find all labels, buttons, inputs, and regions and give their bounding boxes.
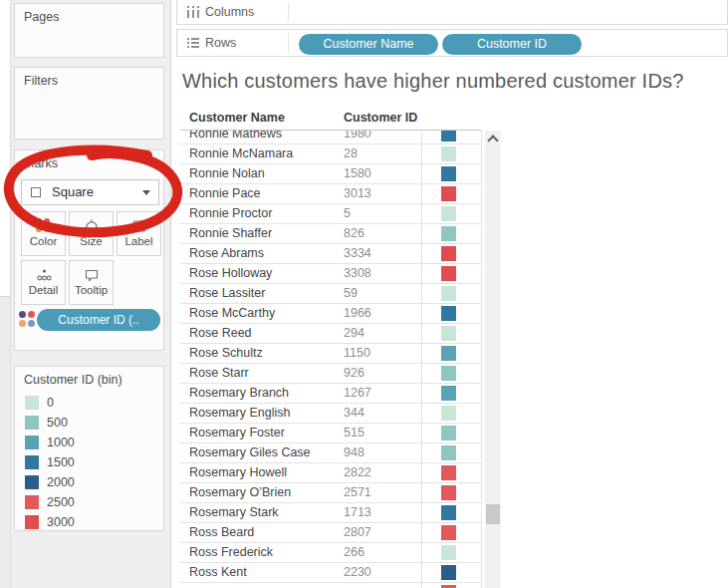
- square-mark[interactable]: [441, 147, 456, 161]
- rows-shelf-label: Rows: [205, 36, 236, 50]
- customer-id-cell: 3013: [344, 186, 371, 200]
- square-mark[interactable]: [441, 186, 456, 201]
- legend-item[interactable]: 1000: [15, 433, 163, 452]
- pages-shelf[interactable]: Pages: [14, 3, 164, 58]
- customer-name-cell: Rosemary Giles Case: [189, 445, 311, 459]
- table-row[interactable]: Ronnie Nolan 1580: [180, 164, 481, 184]
- filters-shelf[interactable]: Filters: [14, 67, 164, 140]
- marks-label: Marks: [24, 156, 58, 170]
- legend-item[interactable]: 3000: [15, 512, 163, 532]
- label-icon: [131, 218, 147, 234]
- legend-item-label: 2500: [47, 495, 75, 509]
- table-row[interactable]: Rosemary Howell 2822: [180, 463, 481, 483]
- table-row[interactable]: Rose Holloway 3308: [180, 264, 481, 284]
- rows-pill-customer-id[interactable]: Customer ID: [442, 34, 582, 55]
- columns-shelf-label: Columns: [205, 5, 254, 19]
- color-button[interactable]: Color: [21, 211, 66, 256]
- customer-name-cell: Rose Holloway: [189, 266, 272, 280]
- rows-icon: [186, 36, 200, 50]
- table-row[interactable]: Ronnie McNamara 28: [180, 145, 481, 164]
- table-row[interactable]: Ronnie Shaffer 826: [180, 224, 481, 244]
- chevron-down-icon[interactable]: [142, 190, 150, 195]
- table-row[interactable]: Ronnie Pace 3013: [180, 184, 481, 204]
- table-row[interactable]: Rose Lassiter 59: [180, 284, 481, 304]
- table-row[interactable]: Rosemary Branch 1267: [180, 384, 481, 404]
- columns-shelf[interactable]: Columns: [176, 0, 728, 25]
- square-mark[interactable]: [441, 525, 456, 540]
- table-row-partial[interactable]: [180, 583, 481, 588]
- customer-id-cell: 1980: [344, 131, 371, 141]
- square-mark[interactable]: [441, 226, 456, 241]
- customer-id-cell: 1267: [344, 386, 371, 400]
- customer-name-cell: Rosemary Howell: [189, 465, 287, 479]
- left-edge-strip-lower: [0, 296, 10, 588]
- table-row[interactable]: Ross Kent 2230: [180, 563, 481, 583]
- detail-button[interactable]: Detail: [21, 260, 66, 305]
- table-row[interactable]: Ronnie Mathews 1980: [180, 131, 481, 145]
- legend-item-label: 1000: [47, 436, 75, 449]
- table-row[interactable]: Rose Abrams 3334: [180, 244, 481, 264]
- customer-name-cell: Rose Reed: [189, 326, 252, 340]
- square-mark[interactable]: [441, 505, 456, 520]
- legend-item[interactable]: 2500: [15, 492, 163, 512]
- square-mark[interactable]: [441, 131, 456, 142]
- table-row[interactable]: Rose McCarthy 1966: [180, 304, 481, 324]
- square-mark[interactable]: [441, 206, 456, 221]
- square-mark[interactable]: [441, 266, 456, 281]
- customer-name-cell: Rose McCarthy: [189, 306, 275, 320]
- square-mark[interactable]: [441, 366, 456, 381]
- customer-name-cell: Rose Lassiter: [189, 286, 265, 300]
- customer-id-cell: 2571: [344, 485, 371, 499]
- customer-name-cell: Rosemary Foster: [189, 426, 285, 440]
- table-row[interactable]: Rosemary O’Brien 2571: [180, 483, 481, 503]
- scroll-up-button[interactable]: [485, 131, 501, 147]
- square-mark[interactable]: [441, 386, 456, 401]
- customer-name-cell: Ross Kent: [189, 565, 247, 579]
- square-mark[interactable]: [441, 426, 456, 441]
- square-mark[interactable]: [441, 346, 456, 361]
- square-mark[interactable]: [441, 465, 456, 480]
- legend-item[interactable]: 2000: [15, 472, 163, 492]
- table-row[interactable]: Rose Schultz 1150: [180, 344, 481, 364]
- table-row[interactable]: Rose Starr 926: [180, 364, 481, 384]
- label-button[interactable]: Label: [117, 211, 161, 256]
- table-row[interactable]: Rosemary English 344: [180, 404, 481, 424]
- legend-item[interactable]: 1500: [15, 452, 163, 472]
- rows-pill-customer-name[interactable]: Customer Name: [299, 34, 438, 55]
- table-row[interactable]: Ronnie Proctor 5: [180, 204, 481, 224]
- square-mark[interactable]: [441, 326, 456, 341]
- column-header-customer-id[interactable]: Customer ID: [344, 111, 417, 125]
- shelf-split: [288, 33, 289, 53]
- square-mark[interactable]: [441, 565, 456, 580]
- square-mark[interactable]: [441, 406, 456, 421]
- column-header-customer-name[interactable]: Customer Name: [189, 111, 285, 125]
- square-mark[interactable]: [441, 306, 456, 321]
- encoding-pill-customer-id[interactable]: Customer ID (..: [37, 309, 160, 331]
- square-mark[interactable]: [441, 246, 456, 261]
- mark-type-dropdown[interactable]: Square: [21, 179, 159, 205]
- square-mark[interactable]: [441, 286, 456, 301]
- scrollbar-thumb[interactable]: [486, 504, 500, 524]
- table-row[interactable]: Rosemary Foster 515: [180, 424, 481, 443]
- table-row[interactable]: Rosemary Stark 1713: [180, 503, 481, 523]
- square-mark[interactable]: [441, 485, 456, 500]
- size-button[interactable]: Size: [69, 211, 114, 256]
- table-row[interactable]: Ross Frederick 266: [180, 543, 481, 563]
- legend-swatch: [25, 455, 39, 469]
- table-row[interactable]: Rosemary Giles Case 948: [180, 443, 481, 463]
- vertical-scrollbar[interactable]: [485, 131, 501, 588]
- worksheet-title: Which customers have higher numbered cus…: [182, 70, 684, 93]
- customer-id-cell: 2822: [344, 465, 371, 479]
- customer-id-cell: 2807: [344, 525, 371, 539]
- table-row[interactable]: Ross Beard 2807: [180, 523, 481, 543]
- tooltip-button[interactable]: Tooltip: [69, 260, 114, 305]
- square-mark[interactable]: [441, 166, 456, 181]
- square-mark[interactable]: [441, 445, 456, 460]
- square-mark[interactable]: [441, 545, 456, 560]
- customer-id-cell: 59: [344, 286, 358, 300]
- table-row[interactable]: Rose Reed 294: [180, 324, 481, 344]
- customer-name-cell: Ronnie Nolan: [189, 166, 265, 180]
- legend-item[interactable]: 500: [15, 413, 163, 433]
- rows-shelf-pills: Customer NameCustomer ID: [299, 34, 582, 55]
- legend-item[interactable]: 0: [15, 393, 163, 413]
